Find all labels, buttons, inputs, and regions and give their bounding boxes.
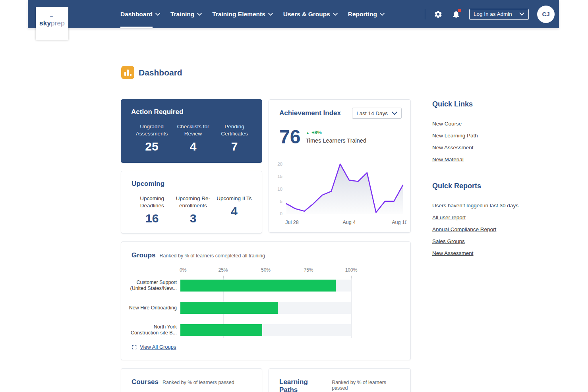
svg-text:0: 0 [280,211,282,216]
groups-card: Groups Ranked by % of learners comeplete… [121,241,411,360]
stat-ungraded-assessments: Ungraded Assessments25 [131,123,172,153]
stat-value: 4 [215,205,253,218]
action-required-stats: Ungraded Assessments25Checklists for Rev… [131,123,255,153]
x-axis-tick-label: 25% [218,267,228,273]
svg-text:Aug 4: Aug 4 [342,220,356,225]
quick-reports-list: Users haven’t logged in last 30 daysAll … [432,200,544,259]
gear-icon [434,10,443,19]
x-axis-tick-mark [266,276,266,278]
link-all-user-report[interactable]: All user report [432,212,544,224]
x-axis-tick-mark [223,276,224,278]
stat-label: Pending Certificates [215,123,253,137]
nav-item-label: Users & Groups [283,11,330,18]
bar-chart-icon [121,66,134,79]
stat-label: Checklists for Review [174,123,212,137]
navbar-divider [425,9,425,19]
bar-category-label: North YorkConstruction-site B... [128,324,177,336]
nav-item-dashboard[interactable]: Dashboard [120,0,160,28]
nav-item-training-elements[interactable]: Training Elements [212,0,273,28]
settings-button[interactable] [433,10,443,19]
x-axis-tick-label: 0% [180,267,186,273]
bar-category-label: New Hire Onboarding [128,305,177,311]
svg-text:Aug 10: Aug 10 [392,220,406,225]
action-required-title: Action Required [131,108,255,116]
achievement-index-title: Achievement Index [279,109,341,117]
line-chart-svg: 05101520 Jul 28Aug 4Aug 10 [274,159,406,230]
stat-label: Upcoming Deadlines [133,195,171,209]
navbar: sky˜prep DashboardTrainingTraining Eleme… [28,0,559,28]
stat-value: 7 [215,140,253,153]
stat-checklists-for-review: Checklists for Review4 [172,123,214,153]
avatar-initials: CJ [542,11,549,17]
achievement-index-card: Achievement Index Last 14 Days 76 ▲ +8% … [269,99,411,233]
triangle-up-icon: ▲ [306,131,309,135]
x-axis-tick-label: 75% [304,267,313,273]
link-new-assessment[interactable]: New Assessment [432,142,544,154]
x-axis-tick-mark [351,276,352,278]
link-new-material[interactable]: New Material [432,154,544,166]
stat-label: Upcoming ILTs [215,195,253,202]
chevron-down-icon [197,13,202,16]
chevron-down-icon [268,13,273,16]
courses-title: Courses [132,378,159,386]
notification-dot [458,9,461,12]
bar-track [180,280,351,292]
chevron-down-icon [155,13,160,16]
logo-tilde-accent: ˜ [50,14,53,25]
gridline [351,278,352,338]
chevron-down-icon [333,13,338,16]
bar-track [180,324,351,336]
nav-item-label: Training Elements [212,11,265,18]
stat-label: Upcoming Re-enrollments [174,195,212,209]
achievement-delta: +8% [311,130,321,135]
bar-customer-support-united-states-new[interactable] [180,280,336,292]
nav-item-users-groups[interactable]: Users & Groups [283,0,338,28]
bar-category-label: Customer Support(United States/New... [128,280,177,292]
action-required-card: Action Required Ungraded Assessments25Ch… [121,99,262,163]
quick-reports-title: Quick Reports [432,182,544,190]
x-axis-tick-mark [309,276,309,278]
link-annual-compliance-report[interactable]: Annual Compliance Report [432,224,544,236]
quick-links-list: New CourseNew Learning PathNew Assessmen… [432,118,544,166]
skyprep-logo[interactable]: sky˜prep [36,7,68,40]
stat-pending-certificates: Pending Certificates7 [214,123,255,153]
avatar[interactable]: CJ [537,6,555,23]
date-range-value: Last 14 Days [356,110,388,116]
stat-value: 25 [133,140,171,153]
view-all-groups-link[interactable]: View All Groups [132,344,176,350]
bar-north-york-construction-site-b[interactable] [180,324,262,336]
learning-paths-subtitle: Ranked by % of learners passed [332,380,403,391]
nav-item-reporting[interactable]: Reporting [348,0,385,28]
notifications-button[interactable] [451,10,461,19]
link-new-learning-path[interactable]: New Learning Path [432,130,544,142]
page-title: Dashboard [139,68,182,77]
login-as-admin-button[interactable]: Log In as Admin [469,9,529,20]
learning-paths-card: Learning Paths Ranked by % of learners p… [269,368,411,392]
svg-text:Jul 28: Jul 28 [285,220,298,225]
groups-subtitle: Ranked by % of learners comepleted all t… [159,253,265,259]
navbar-right: Log In as Admin CJ [425,0,555,28]
stat-label: Ungraded Assessments [133,123,171,137]
stat-upcoming-re-enrollments: Upcoming Re-enrollments3 [172,195,213,225]
link-new-course[interactable]: New Course [432,118,544,130]
upcoming-card: Upcoming Upcoming Deadlines16Upcoming Re… [121,171,262,234]
courses-subtitle: Ranked by % of learners passed [162,380,234,385]
svg-text:5: 5 [280,199,282,204]
stat-value: 4 [174,140,212,153]
x-axis-tick-label: 50% [261,267,271,273]
chevron-down-icon [392,112,397,115]
groups-chart-plot: 0%25%50%75%100% [180,267,355,339]
nav-item-training[interactable]: Training [170,0,202,28]
page-header: Dashboard [121,66,182,79]
x-axis-tick-label: 100% [345,267,358,273]
date-range-selector[interactable]: Last 14 Days [352,108,402,119]
logo-text-bold: sky [39,19,51,27]
bar-new-hire-onboarding[interactable] [180,302,278,314]
expand-icon [132,344,137,350]
achievement-caption: Times Learners Trained [306,137,366,144]
right-column: Quick Links New CourseNew Learning PathN… [432,100,544,276]
link-sales-groups[interactable]: Sales Groups [432,236,544,247]
navbar-menu: DashboardTrainingTraining ElementsUsers … [120,0,385,28]
link-users-haven-t-logged-in-last-30-days[interactable]: Users haven’t logged in last 30 days [432,200,544,212]
link-new-assessment[interactable]: New Assessment [432,247,544,259]
